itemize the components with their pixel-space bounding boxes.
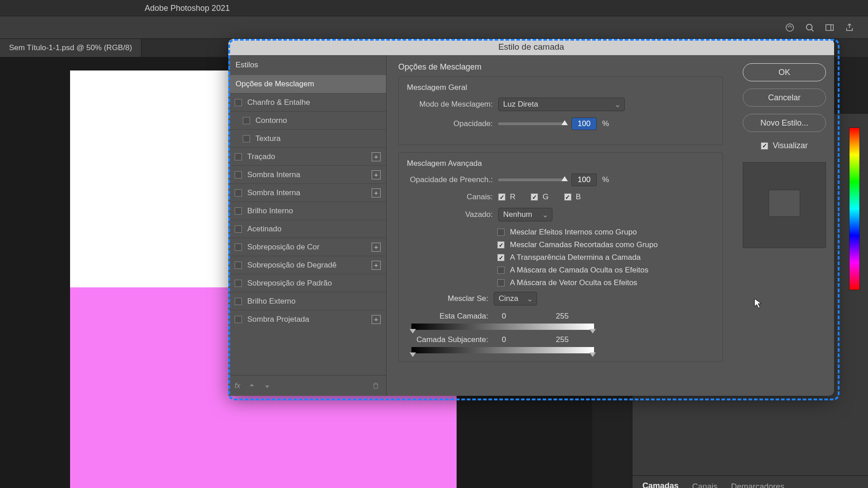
fill-opacity-slider[interactable] xyxy=(498,178,566,181)
preview-toggle[interactable]: Visualizar xyxy=(743,141,826,150)
opacity-slider[interactable] xyxy=(498,122,566,125)
style-checkbox[interactable] xyxy=(235,316,242,323)
channel-g-label: G xyxy=(542,192,548,202)
new-style-button[interactable]: Novo Estilo... xyxy=(743,114,826,132)
share-icon[interactable] xyxy=(844,23,854,33)
style-checkbox[interactable] xyxy=(235,153,242,160)
channel-r-checkbox[interactable] xyxy=(498,193,505,201)
style-label: Sombra Interna xyxy=(247,188,300,197)
style-item[interactable]: Sombra Interna+ xyxy=(228,183,386,202)
option-label: A Máscara de Vetor Oculta os Efeitos xyxy=(510,278,637,287)
this-layer-high: 255 xyxy=(556,312,568,321)
add-effect-icon[interactable]: + xyxy=(372,152,381,161)
option-checkbox[interactable] xyxy=(497,279,505,286)
option-checkbox[interactable] xyxy=(497,241,505,249)
style-checkbox[interactable] xyxy=(235,99,242,106)
tab-paths[interactable]: Demarcadores xyxy=(731,482,784,488)
style-checkbox[interactable] xyxy=(243,135,250,142)
under-layer-slider[interactable] xyxy=(411,347,594,353)
advanced-blending-group: Mesclagem Avançada Opacidade de Preench.… xyxy=(398,152,723,362)
chevron-down-icon: ⌄ xyxy=(542,210,548,220)
cancel-button[interactable]: Cancelar xyxy=(743,89,826,107)
style-label: Traçado xyxy=(247,152,275,161)
style-item[interactable]: Sobreposição de Padrão xyxy=(228,274,386,292)
style-checkbox[interactable] xyxy=(235,171,242,178)
styles-header: Estilos xyxy=(228,55,386,75)
style-item[interactable]: Sobreposição de Cor+ xyxy=(228,238,386,256)
style-blending-options[interactable]: Opções de Mesclagem xyxy=(228,75,386,93)
arrow-up-icon[interactable] xyxy=(248,382,255,389)
this-layer-low: 0 xyxy=(502,312,506,321)
style-item[interactable]: Chanfro & Entalhe xyxy=(228,93,386,111)
style-item[interactable]: Brilho Interno xyxy=(228,202,386,220)
style-list-footer: fx xyxy=(228,375,386,396)
color-spectrum[interactable] xyxy=(849,127,860,290)
style-item[interactable]: Sombra Interna+ xyxy=(228,165,386,183)
advanced-title: Mesclagem Avançada xyxy=(407,159,714,168)
style-item[interactable]: Sombra Projetada+ xyxy=(228,310,386,328)
this-layer-slider[interactable] xyxy=(411,324,594,330)
ok-button[interactable]: OK xyxy=(743,63,826,81)
style-checkbox[interactable] xyxy=(243,117,250,124)
fill-opacity-input[interactable]: 100 xyxy=(571,174,597,186)
advanced-option[interactable]: Mesclar Camadas Recortadas como Grupo xyxy=(497,240,714,249)
fx-icon[interactable]: fx xyxy=(235,382,240,390)
trash-icon[interactable] xyxy=(372,382,380,390)
style-checkbox[interactable] xyxy=(235,298,242,305)
style-label: Brilho Externo xyxy=(247,297,296,306)
tab-layers[interactable]: Camadas xyxy=(642,481,679,488)
style-checkbox[interactable] xyxy=(235,244,242,251)
option-label: A Máscara de Camada Oculta os Efeitos xyxy=(510,266,648,275)
style-checkbox[interactable] xyxy=(235,189,242,197)
app-title: Adobe Photoshop 2021 xyxy=(0,0,868,16)
svg-point-1 xyxy=(807,24,812,30)
preview-checkbox[interactable] xyxy=(761,142,768,150)
style-label: Brilho Interno xyxy=(247,206,293,216)
option-checkbox[interactable] xyxy=(497,267,505,274)
style-label: Sombra Interna xyxy=(247,170,300,179)
add-effect-icon[interactable]: + xyxy=(372,243,381,252)
option-checkbox[interactable] xyxy=(497,229,505,236)
channel-b-checkbox[interactable] xyxy=(564,193,571,201)
chevron-down-icon: ⌄ xyxy=(527,294,533,304)
pct-label: % xyxy=(602,119,609,128)
advanced-option[interactable]: Mesclar Efeitos Internos como Grupo xyxy=(497,228,714,237)
document-tab[interactable]: Sem Título-1-1.psd @ 50% (RGB/8) xyxy=(0,39,142,57)
advanced-option[interactable]: A Máscara de Camada Oculta os Efeitos xyxy=(497,266,714,275)
blend-if-group: Mesclar Se: Cinza⌄ Esta Camada: 0 255 Ca… xyxy=(407,292,714,353)
blending-settings: Opções de Mesclagem Mesclagem Geral Modo… xyxy=(387,55,735,396)
opacity-input[interactable]: 100 xyxy=(571,117,597,130)
add-effect-icon[interactable]: + xyxy=(372,315,381,324)
workspace-icon[interactable] xyxy=(825,23,835,33)
channel-g-checkbox[interactable] xyxy=(531,193,538,201)
option-checkbox[interactable] xyxy=(497,254,505,261)
knockout-label: Vazado: xyxy=(407,210,493,219)
preview-label: Visualizar xyxy=(773,141,808,150)
blendif-select[interactable]: Cinza⌄ xyxy=(494,292,537,305)
style-checkbox[interactable] xyxy=(235,225,242,233)
search-icon[interactable] xyxy=(805,23,815,33)
style-checkbox[interactable] xyxy=(235,207,242,215)
style-checkbox[interactable] xyxy=(235,280,242,287)
cloud-sync-icon[interactable] xyxy=(785,23,795,33)
blend-mode-label: Modo de Mesclagem: xyxy=(407,100,493,109)
add-effect-icon[interactable]: + xyxy=(372,170,381,179)
dialog-buttons: OK Cancelar Novo Estilo... Visualizar xyxy=(735,55,834,396)
style-item[interactable]: Acetinado xyxy=(228,220,386,238)
blend-mode-select[interactable]: Luz Direta⌄ xyxy=(498,98,625,111)
style-item[interactable]: Contorno xyxy=(228,111,386,129)
advanced-option[interactable]: A Máscara de Vetor Oculta os Efeitos xyxy=(497,278,714,287)
style-checkbox[interactable] xyxy=(235,262,242,269)
style-item[interactable]: Traçado+ xyxy=(228,147,386,165)
add-effect-icon[interactable]: + xyxy=(372,261,381,270)
tab-channels[interactable]: Canais xyxy=(692,482,717,488)
style-label: Contorno xyxy=(255,116,287,125)
arrow-down-icon[interactable] xyxy=(264,382,271,389)
style-item[interactable]: Brilho Externo xyxy=(228,292,386,310)
style-item[interactable]: Textura xyxy=(228,129,386,147)
advanced-option[interactable]: A Transparência Determina a Camada xyxy=(497,253,714,262)
style-item[interactable]: Sobreposição de Degradê+ xyxy=(228,256,386,274)
under-layer-label: Camada Subjacente: xyxy=(407,335,488,344)
knockout-select[interactable]: Nenhum⌄ xyxy=(498,208,552,221)
add-effect-icon[interactable]: + xyxy=(372,188,381,197)
